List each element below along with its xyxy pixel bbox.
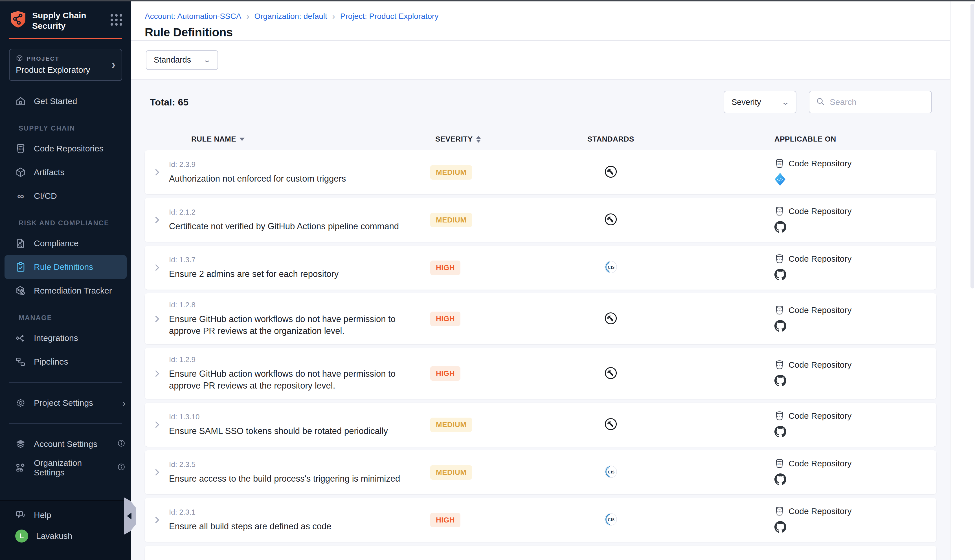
sort-icon — [476, 136, 481, 143]
row-expand-chevron-icon[interactable] — [152, 314, 162, 324]
sidebar-item-label: Get Started — [34, 97, 77, 106]
code-repository-icon: </> — [775, 305, 785, 315]
rule-name: Ensure 2 admins are set for each reposit… — [169, 268, 412, 280]
table-row[interactable]: Id: 1.2.8Ensure GitHub action workflows … — [145, 293, 937, 344]
svg-text:CIS: CIS — [608, 470, 614, 474]
rule-name: Ensure SAML SSO tokens should be rotated… — [169, 425, 412, 437]
row-expand-chevron-icon[interactable] — [152, 515, 162, 525]
breadcrumb-separator-icon: › — [332, 12, 335, 21]
collapse-arrow-icon — [127, 513, 132, 519]
breadcrumb-account-link[interactable]: Account: Automation-SSCA — [145, 12, 241, 21]
column-severity[interactable]: SEVERITY — [424, 135, 537, 143]
svg-text:</>: </> — [777, 364, 782, 367]
project-selector[interactable]: PROJECT Product Exploratory › — [9, 49, 122, 81]
table-row[interactable]: Id: 1.3.7Ensure 2 admins are set for eac… — [145, 246, 937, 290]
applicable-on-label: Code Repository — [788, 159, 851, 168]
row-expand-chevron-icon[interactable] — [152, 467, 162, 477]
table-row[interactable]: Id: 2.3.5Ensure access to the build proc… — [145, 450, 937, 494]
sidebar-item-artifacts[interactable]: Artifacts — [0, 160, 131, 184]
sidebar-item-remediation-tracker[interactable]: Remediation Tracker — [0, 279, 131, 303]
severity-filter-dropdown[interactable]: Severity ⌄ — [724, 91, 796, 113]
sidebar-item-label: CI/CD — [34, 191, 57, 201]
table-row[interactable]: Id: 2.3.9Authorization not enforced for … — [145, 150, 937, 194]
sidebar-item-label: Compliance — [34, 238, 78, 248]
github-icon — [775, 319, 786, 333]
code-repository-icon: </> — [775, 411, 785, 421]
table-row[interactable]: Id: 1.3.10Ensure SAML SSO tokens should … — [145, 403, 937, 447]
row-expand-chevron-icon[interactable] — [152, 368, 162, 379]
column-standards: STANDARDS — [537, 135, 685, 143]
user-menu[interactable]: L Lavakush — [0, 526, 131, 547]
svg-text:CIS: CIS — [608, 265, 614, 270]
sidebar-item-rule-definitions[interactable]: Rule Definitions — [5, 255, 127, 279]
row-expand-chevron-icon[interactable] — [152, 420, 162, 430]
sidebar-item-project-settings[interactable]: Project Settings› — [0, 391, 131, 415]
project-expand-chevron-icon[interactable]: › — [112, 60, 115, 69]
breadcrumb-organization-link[interactable]: Organization: default — [254, 12, 327, 21]
rule-id: Id: 2.3.5 — [169, 460, 424, 469]
column-rule-name[interactable]: RULE NAME — [169, 135, 424, 143]
product-title: Supply Chain Security — [32, 10, 86, 31]
svg-text:</>: </> — [777, 178, 783, 182]
project-cube-icon — [16, 54, 23, 63]
table-header: RULE NAME SEVERITY STANDARDS APPLICABLE … — [145, 135, 937, 143]
table-row[interactable]: Id: 2.1.2Certificate not verified by Git… — [145, 198, 937, 242]
table-row[interactable]: Id: 2.3.1Ensure all build steps are defi… — [145, 498, 937, 542]
rule-id: Id: 1.2.8 — [169, 301, 424, 309]
severity-badge: MEDIUM — [430, 165, 472, 180]
search-icon — [816, 97, 825, 107]
module-switcher-icon[interactable] — [110, 14, 122, 26]
applicable-on-label: Code Repository — [788, 207, 851, 216]
sidebar-item-help[interactable]: ? Help — [0, 505, 131, 526]
help-label: Help — [34, 510, 51, 520]
breadcrumb-project-link[interactable]: Project: Product Exploratory — [340, 12, 439, 21]
sidebar-item-label: Project Settings — [34, 398, 93, 408]
chevron-down-icon: ⌄ — [203, 55, 212, 64]
search-input[interactable] — [830, 97, 925, 107]
owasp-standard-icon — [604, 312, 618, 326]
sidebar-item-get-started[interactable]: Get Started — [0, 89, 131, 113]
svg-text:?: ? — [18, 512, 20, 516]
search-box[interactable] — [809, 91, 932, 113]
rules-icon — [15, 262, 26, 272]
svg-text:</>: </> — [777, 309, 782, 312]
table-row[interactable]: Id: 1.1.9HIGHCIS</>Code Repository — [145, 546, 937, 560]
scrollbar[interactable] — [970, 4, 974, 288]
row-expand-chevron-icon[interactable] — [152, 263, 162, 273]
svg-text:CIS: CIS — [608, 517, 614, 522]
applicable-on-label: Code Repository — [788, 411, 851, 421]
code-repository-icon: </> — [775, 206, 785, 216]
severity-badge: MEDIUM — [430, 213, 472, 227]
code-repository-icon: </> — [775, 254, 785, 264]
sidebar-item-account-settings[interactable]: Account Settings — [0, 432, 131, 456]
standards-filter-dropdown[interactable]: Standards ⌄ — [146, 50, 218, 70]
owasp-standard-icon — [604, 165, 618, 180]
sidebar-item-compliance[interactable]: Compliance — [0, 232, 131, 255]
rule-id: Id: 1.3.10 — [169, 413, 424, 421]
svg-text:</>: </> — [777, 163, 782, 166]
sidebar-item-organization-settings[interactable]: Organization Settings — [0, 456, 131, 480]
compliance-icon — [15, 238, 26, 249]
github-icon — [775, 425, 786, 438]
row-expand-chevron-icon[interactable] — [152, 167, 162, 177]
table-row[interactable]: Id: 1.2.9Ensure GitHub action workflows … — [145, 348, 937, 399]
sidebar-item-integrations[interactable]: Integrations — [0, 326, 131, 350]
owasp-standard-icon — [604, 213, 618, 227]
rule-name: Ensure GitHub action workflows do not ha… — [169, 313, 412, 337]
rule-id: Id: 2.1.2 — [169, 208, 424, 217]
row-expand-chevron-icon[interactable] — [152, 215, 162, 225]
rule-id: Id: 1.3.7 — [169, 255, 424, 264]
rule-id: Id: 2.3.1 — [169, 508, 424, 517]
sidebar-divider — [9, 382, 122, 383]
help-icon: ? — [15, 510, 26, 520]
sidebar-item-code-repositories[interactable]: </>Code Repositories — [0, 137, 131, 160]
sidebar-section-manage: MANAGE — [0, 314, 131, 322]
rules-panel: Total: 65 Severity ⌄ RU — [131, 80, 950, 560]
github-icon — [775, 220, 786, 234]
applicable-on-label: Code Repository — [788, 305, 851, 315]
sidebar-item-ci-cd[interactable]: ∞CI/CD — [0, 184, 131, 208]
applicable-on-label: Code Repository — [788, 360, 851, 370]
rule-name: Ensure access to the build process's tri… — [169, 473, 412, 485]
sidebar-item-pipelines[interactable]: Pipelines — [0, 350, 131, 373]
breadcrumb-separator-icon: › — [246, 12, 249, 21]
